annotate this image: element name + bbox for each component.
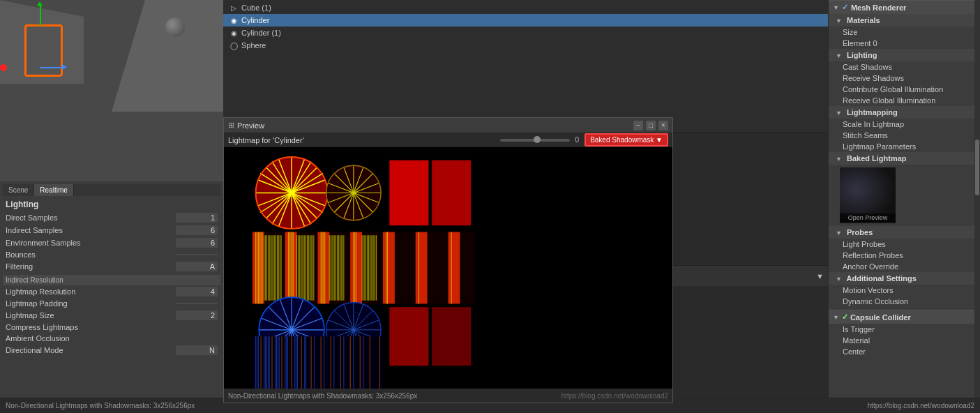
dropdown-arrow-icon: ▼	[656, 136, 663, 144]
lightmap-params-row: Lightmap Parameters	[829, 141, 974, 152]
contribute-gi-row: Contribute Global Illumination	[829, 84, 974, 95]
red-axis-dot	[0, 64, 7, 71]
hier-item-sphere[interactable]: ◯ Sphere	[223, 39, 828, 52]
triangle-icon-2: ▼	[836, 52, 842, 59]
motion-vectors-row: Motion Vectors	[829, 285, 974, 296]
receive-shadows-row: Receive Shadows	[829, 73, 974, 84]
watermark: https://blog.csdn.net/wodownload2	[561, 392, 668, 400]
dynamic-occlusion-row: Dynamic Occlusion	[829, 296, 974, 307]
triangle-icon-6: ▼	[836, 276, 842, 283]
lighting-section[interactable]: ▼ Lighting	[829, 49, 974, 61]
url-watermark: https://blog.csdn.net/wodownload2	[868, 402, 974, 410]
probes-section[interactable]: ▼ Probes	[829, 226, 974, 239]
lightmap-svg	[224, 147, 672, 389]
ambient-occ-label: Ambient Occlusion	[6, 334, 218, 343]
x-axis-arrow	[62, 64, 67, 70]
tab-scene[interactable]: Scene	[3, 184, 34, 196]
preview-window: ⊞ Preview − □ × Lightmap for 'Cylinder' …	[223, 117, 673, 403]
indirect-samples-label: Indirect Samples	[6, 226, 176, 234]
inspector-panel: ▼ ✓ Mesh Renderer ▼ Materials Size Eleme…	[828, 0, 974, 413]
mesh-renderer-title: Mesh Renderer	[851, 3, 906, 12]
filtering-value: A	[176, 262, 218, 271]
bounces-label: Bounces	[6, 250, 176, 259]
sphere-bg-obj	[165, 17, 185, 37]
preview-minimize-btn[interactable]: −	[633, 121, 643, 130]
center-row: Center	[829, 346, 974, 357]
svg-rect-34	[448, 232, 460, 304]
capsule-title: Capsule Collider	[850, 313, 911, 322]
bounces-value	[176, 254, 218, 255]
light-probes-row: Light Probes	[829, 239, 974, 250]
env-samples-value: 6	[176, 238, 218, 248]
compress-label: Compress Lightmaps	[6, 323, 218, 331]
lightmap-pad-value	[176, 303, 218, 304]
lightmapping-section[interactable]: ▼ Lightmapping	[829, 106, 974, 119]
preview-content	[224, 147, 672, 389]
baked-lightmap-section[interactable]: ▼ Baked Lightmap	[829, 152, 974, 165]
lightmap-size-label: Lightmap Size	[6, 311, 176, 320]
direct-samples-value: 1	[176, 213, 218, 223]
scale-lightmap-row: Scale In Lightmap	[829, 119, 974, 130]
svg-rect-129	[389, 307, 428, 366]
element0-row: Element 0	[829, 38, 974, 49]
hier-item-cube[interactable]: ▷ Cube (1)	[223, 1, 828, 14]
lightmap-res-value: 4	[176, 287, 218, 296]
preview-header: Lightmap for 'Cylinder' 0 Baked Shadowma…	[224, 133, 672, 147]
inspector-scrollbar[interactable]	[974, 0, 980, 413]
expand-icon-2: ▼	[833, 314, 839, 321]
svg-rect-25	[389, 160, 428, 226]
left-panel: Scene Realtime Lighting Direct Samples 1…	[0, 0, 223, 413]
viewport-area	[0, 0, 223, 181]
material-row: Material	[829, 335, 974, 346]
directional-mode-value: N	[176, 345, 218, 355]
preview-footer: Non-Directional Lightmaps with Shadowmas…	[224, 389, 672, 403]
preview-close-btn[interactable]: ×	[658, 121, 668, 130]
scroll-thumb[interactable]	[975, 140, 979, 195]
capsule-check-icon: ✓	[842, 313, 848, 322]
capsule-collider-header[interactable]: ▼ ✓ Capsule Collider	[829, 310, 974, 324]
lightmap-pad-label: Lightmap Padding	[6, 299, 176, 308]
preview-title: Preview	[237, 121, 631, 130]
tab-realtime[interactable]: Realtime	[34, 184, 73, 196]
scroll-indicator: ▼	[816, 272, 824, 280]
svg-rect-130	[432, 307, 471, 366]
preview-mode-dropdown[interactable]: Baked Shadowmask ▼	[585, 133, 668, 147]
preview-slider[interactable]	[500, 139, 570, 142]
svg-rect-33	[416, 232, 428, 304]
anchor-override-row: Anchor Override	[829, 261, 974, 272]
preview-titlebar: ⊞ Preview − □ ×	[224, 118, 672, 133]
receive-gi-row: Receive Global Illumination	[829, 95, 974, 106]
y-axis	[40, 3, 41, 26]
stitch-seams-row: Stitch Seams	[829, 130, 974, 141]
triangle-icon-5: ▼	[836, 230, 842, 236]
triangle-icon-4: ▼	[836, 156, 842, 163]
open-preview-btn[interactable]: Open Preview	[840, 213, 896, 222]
preview-maximize-btn[interactable]: □	[646, 121, 656, 130]
cylinder-icon: ◉	[229, 15, 239, 25]
cylinder-object	[24, 24, 63, 77]
size-row: Size	[829, 27, 974, 38]
cast-shadows-row: Cast Shadows	[829, 61, 974, 73]
lightmap-res-label: Lightmap Resolution	[6, 287, 176, 296]
sphere-icon: ◯	[229, 40, 239, 50]
triangle-icon-3: ▼	[836, 110, 842, 117]
lighting-title: Lighting	[3, 197, 220, 211]
materials-section[interactable]: ▼ Materials	[829, 14, 974, 27]
filtering-label: Filtering	[6, 262, 176, 271]
y-axis-arrow	[37, 1, 43, 6]
is-trigger-row: Is Trigger	[829, 324, 974, 335]
mesh-renderer-header[interactable]: ▼ ✓ Mesh Renderer	[829, 0, 974, 14]
svg-rect-26	[432, 160, 471, 226]
lightmap-size-value: 2	[176, 310, 218, 320]
hier-item-cylinder1[interactable]: ◉ Cylinder (1)	[223, 27, 828, 39]
env-samples-label: Environment Samples	[6, 239, 176, 247]
lightmap-label: Lightmap for 'Cylinder'	[228, 136, 304, 144]
directional-mode-label: Directional Mode	[6, 346, 176, 354]
check-icon: ✓	[842, 3, 848, 12]
additional-settings-section[interactable]: ▼ Additional Settings	[829, 272, 974, 285]
lighting-panel: Scene Realtime Lighting Direct Samples 1…	[0, 181, 223, 413]
baked-preview-thumbnail: Open Preview	[840, 167, 896, 223]
x-axis	[40, 67, 62, 68]
status-text: Non-Directional Lightmaps with Shadowmas…	[6, 402, 195, 410]
hier-item-cylinder[interactable]: ◉ Cylinder	[223, 14, 828, 27]
